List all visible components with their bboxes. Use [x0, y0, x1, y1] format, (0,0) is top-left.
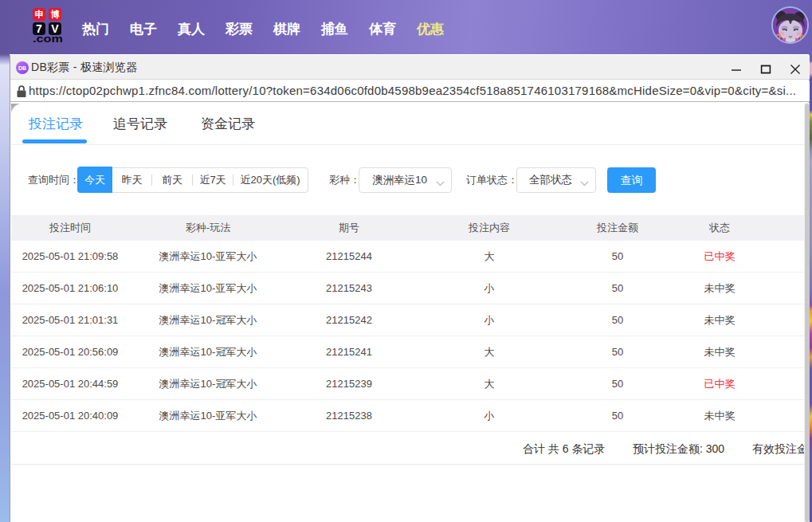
nav-item-5[interactable]: 棋牌 [263, 22, 311, 37]
lottery-select[interactable]: 澳洲幸运10 [359, 167, 452, 193]
nav-item-4[interactable]: 彩票 [215, 22, 263, 37]
status-filter-label: 订单状态： [466, 167, 518, 193]
minimize-icon [732, 63, 741, 73]
summary-valid-amount: 有效投注金额: 300 [752, 433, 804, 465]
favicon-letters: DB [18, 65, 26, 71]
column-header-3: 期号 [287, 221, 411, 235]
filter-bar: 查询时间： 今天昨天前天近7天近20天(低频) 彩种： 澳洲幸运10 订单状态：… [11, 145, 804, 215]
close-button[interactable] [782, 55, 809, 80]
cell-time: 2025-05-01 21:06:10 [11, 282, 129, 294]
cell-status: 未中奖 [668, 345, 771, 359]
lock-icon [17, 85, 26, 101]
table-row: 2025-05-01 21:09:58澳洲幸运10-亚军大小21215244大5… [11, 241, 804, 273]
query-button[interactable]: 查询 [607, 167, 656, 193]
column-header-5: 投注金额 [567, 221, 668, 235]
column-header-2: 彩种-玩法 [129, 221, 287, 235]
cell-status: 未中奖 [668, 409, 771, 423]
column-header-4: 投注内容 [411, 221, 567, 235]
time-filter-label: 查询时间： [28, 167, 80, 193]
scrollbar-thumb[interactable] [805, 104, 810, 522]
cell-issue: 21215241 [287, 346, 411, 358]
cell-amount: 50 [567, 378, 668, 390]
column-header-6: 状态 [668, 221, 771, 235]
window-titlebar[interactable]: DB DB彩票 - 极速浏览器 [10, 55, 810, 80]
browser-viewport: 投注记录追号记录资金记录 查询时间： 今天昨天前天近7天近20天(低频) 彩种：… [10, 103, 810, 522]
nav-item-6[interactable]: 捕鱼 [311, 22, 359, 37]
time-range-group: 今天昨天前天近7天近20天(低频) [77, 167, 308, 193]
avatar-image [773, 8, 807, 42]
cell-content: 大 [411, 345, 567, 359]
nav-item-1[interactable]: 热门 [72, 22, 120, 37]
cell-content: 小 [411, 281, 567, 296]
record-tabs: 投注记录追号记录资金记录 [11, 104, 804, 145]
summary-expected-amount: 预计投注金额: 300 [633, 433, 724, 465]
close-icon [790, 64, 801, 74]
page-scrollbar[interactable] [804, 103, 810, 522]
time-option-5[interactable]: 近20天(低频) [233, 167, 307, 193]
cell-content: 大 [411, 249, 567, 264]
table-row: 2025-05-01 20:40:09澳洲幸运10-亚军大小21215238小5… [11, 400, 804, 432]
column-header-1: 投注时间 [11, 221, 129, 235]
cell-time: 2025-05-01 20:44:59 [11, 378, 129, 390]
nav-item-2[interactable]: 电子 [120, 22, 167, 37]
table-summary: 合计 共 6 条记录 预计投注金额: 300 有效投注金额: 300 [11, 433, 804, 465]
lottery-filter-label: 彩种： [329, 167, 360, 193]
cell-time: 2025-05-01 20:56:09 [11, 346, 129, 358]
browser-favicon: DB [16, 61, 29, 74]
minimize-button[interactable] [723, 55, 750, 80]
nav-item-8[interactable]: 优惠 [406, 22, 454, 37]
cell-issue: 21215243 [287, 282, 411, 294]
table-header: 投注时间彩种-玩法期号投注内容投注金额状态 [11, 215, 804, 241]
address-bar[interactable]: https://ctop02pchwp1.zfnc84.com/lottery/… [10, 80, 810, 102]
user-avatar[interactable] [771, 6, 809, 44]
cell-status: 未中奖 [668, 281, 771, 296]
nav-item-3[interactable]: 真人 [167, 22, 215, 37]
cell-amount: 50 [567, 346, 668, 358]
tab-1[interactable]: 投注记录 [28, 115, 84, 133]
chevron-down-icon [436, 177, 445, 189]
cell-content: 小 [411, 313, 567, 328]
cell-issue: 21215244 [287, 250, 411, 262]
cell-play: 澳洲幸运10-冠军大小 [129, 313, 287, 328]
cell-amount: 50 [567, 250, 668, 262]
time-option-2[interactable]: 昨天 [112, 167, 151, 193]
cell-issue: 21215239 [287, 378, 411, 390]
site-topbar: 申 博 7 V .com 热门电子真人彩票棋牌捕鱼体育优惠 [0, 0, 812, 54]
url-text[interactable]: https://ctop02pchwp1.zfnc84.com/lottery/… [29, 80, 806, 101]
records-panel: 投注记录追号记录资金记录 查询时间： 今天昨天前天近7天近20天(低频) 彩种：… [11, 104, 804, 522]
cell-issue: 21215242 [287, 314, 411, 326]
background-page-left [0, 54, 10, 522]
nav-item-7[interactable]: 体育 [359, 22, 406, 37]
logo-badge-shen: 申 [33, 8, 45, 21]
time-option-1[interactable]: 今天 [77, 167, 112, 193]
summary-total: 合计 共 6 条记录 [523, 433, 605, 465]
cell-content: 小 [411, 409, 567, 423]
cell-status: 已中奖 [668, 249, 771, 264]
tab-2[interactable]: 追号记录 [112, 115, 168, 133]
maximize-icon [761, 65, 771, 74]
cell-play: 澳洲幸运10-亚军大小 [129, 409, 287, 423]
maximize-button[interactable] [752, 55, 779, 80]
cell-time: 2025-05-01 20:40:09 [11, 410, 129, 422]
table-row: 2025-05-01 20:56:09澳洲幸运10-冠军大小21215241大5… [11, 336, 804, 368]
cell-play: 澳洲幸运10-冠军大小 [129, 345, 287, 359]
cell-play: 澳洲幸运10-亚军大小 [129, 249, 287, 264]
active-tab-underline [22, 139, 87, 143]
time-option-3[interactable]: 前天 [152, 167, 192, 193]
cell-time: 2025-05-01 21:09:58 [11, 250, 129, 262]
table-row: 2025-05-01 20:44:59澳洲幸运10-冠军大小21215239大5… [11, 368, 804, 400]
cell-amount: 50 [567, 314, 668, 326]
table-row: 2025-05-01 21:01:31澳洲幸运10-冠军大小21215242小5… [11, 304, 804, 336]
cell-issue: 21215238 [287, 410, 411, 422]
table-row: 2025-05-01 21:06:10澳洲幸运10-亚军大小21215243小5… [11, 273, 804, 304]
cell-status: 已中奖 [668, 377, 771, 391]
order-status-select[interactable]: 全部状态 [516, 167, 596, 193]
cell-play: 澳洲幸运10-亚军大小 [129, 281, 287, 296]
time-option-4[interactable]: 近7天 [193, 167, 233, 193]
tab-3[interactable]: 资金记录 [200, 115, 256, 133]
cell-status: 未中奖 [668, 313, 771, 328]
site-logo[interactable]: 申 博 7 V .com [33, 8, 63, 43]
browser-window: DB DB彩票 - 极速浏览器 https://ctop02pchwp1.zfn… [10, 55, 809, 522]
cell-time: 2025-05-01 21:01:31 [11, 314, 129, 326]
cell-play: 澳洲幸运10-冠军大小 [129, 377, 287, 391]
